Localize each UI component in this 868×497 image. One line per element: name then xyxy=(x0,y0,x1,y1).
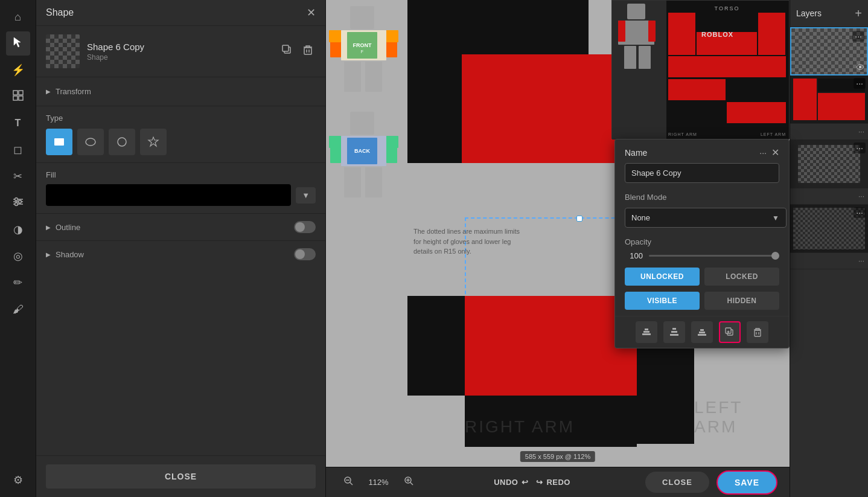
outline-header[interactable]: ▶ Outline xyxy=(46,223,294,232)
fill-dropdown-btn[interactable]: ▼ xyxy=(296,187,316,204)
outline-arrow-icon: ▶ xyxy=(46,224,51,231)
transform-label: Transform xyxy=(56,87,91,96)
layer-2-dots[interactable]: ··· xyxy=(854,78,866,89)
undo-btn[interactable]: UNDO ↩ xyxy=(494,478,529,487)
layer-4-dots[interactable]: ··· xyxy=(854,143,866,153)
eye-icon xyxy=(856,64,864,70)
toolbar-lightning-btn[interactable]: ⚡ xyxy=(6,58,30,82)
svg-rect-27 xyxy=(365,62,382,92)
zoom-in-btn[interactable] xyxy=(398,473,419,492)
toolbar-shape-btn[interactable]: ◻ xyxy=(6,138,30,162)
layer-section-dots[interactable]: ··· xyxy=(858,127,864,136)
popup-dots-btn[interactable]: ··· xyxy=(759,148,767,158)
layer-item-6[interactable]: ··· xyxy=(790,205,868,253)
toolbar-select-btn[interactable] xyxy=(6,31,30,56)
toolbar-text-btn[interactable]: T xyxy=(6,111,30,135)
add-layer-btn[interactable]: + xyxy=(855,7,862,19)
lightning-icon: ⚡ xyxy=(11,63,25,77)
outline-toggle[interactable] xyxy=(294,221,316,233)
type-rectangle-btn[interactable] xyxy=(46,129,72,155)
layer-item-1[interactable]: ··· xyxy=(790,27,868,75)
popup-arrange-down-btn[interactable] xyxy=(636,321,657,343)
popup-opacity-thumb[interactable] xyxy=(771,252,779,260)
popup-unlocked-btn[interactable]: UNLOCKED xyxy=(625,268,700,286)
popup-locked-btn[interactable]: LOCKED xyxy=(704,268,779,286)
close-canvas-btn[interactable]: CLOSE xyxy=(645,472,709,493)
layer-1-dots[interactable]: ··· xyxy=(852,31,864,42)
svg-rect-11 xyxy=(282,45,289,51)
toolbar-spiral-btn[interactable]: ◎ xyxy=(6,244,30,268)
layer-item-4[interactable]: ··· xyxy=(790,140,868,188)
popup-blend-row: None Normal Multiply ▼ xyxy=(625,208,779,228)
popup-arrange-center-btn[interactable] xyxy=(663,321,685,343)
toolbar-pen-btn[interactable]: ✏ xyxy=(6,271,30,295)
svg-rect-2 xyxy=(13,96,18,100)
home-icon: ⌂ xyxy=(14,11,21,24)
toolbar-half-circle-btn[interactable]: ◑ xyxy=(6,217,30,242)
type-oval-btn[interactable] xyxy=(77,129,104,155)
type-star-btn[interactable] xyxy=(140,129,167,155)
prev-r9 xyxy=(727,102,786,123)
toolbar-adjust-btn[interactable] xyxy=(6,191,30,215)
popup-duplicate-btn[interactable] xyxy=(719,321,741,343)
brush-icon: 🖌 xyxy=(13,303,24,316)
ra-block-11 xyxy=(465,396,522,447)
oval-icon xyxy=(85,136,97,148)
undo-icon: ↩ xyxy=(522,478,529,487)
ra-block-7 xyxy=(522,344,579,396)
popup-blend-label: Blend Mode xyxy=(615,190,789,204)
popup-close-btn[interactable]: ✕ xyxy=(771,147,779,158)
svg-rect-54 xyxy=(642,333,651,335)
zoom-out-btn[interactable] xyxy=(338,473,359,492)
layer-item-2[interactable]: ··· xyxy=(790,75,868,124)
fill-row: ▼ xyxy=(46,184,316,206)
shape-thumbnail xyxy=(46,34,80,68)
prev-r4 xyxy=(758,13,785,55)
selection-handle-top[interactable] xyxy=(576,216,582,222)
type-circle-btn[interactable] xyxy=(109,129,135,155)
prev-r5 xyxy=(668,56,786,77)
svg-rect-59 xyxy=(672,328,676,330)
transform-header[interactable]: ▶ Transform xyxy=(46,85,316,98)
svg-rect-29 xyxy=(386,30,398,42)
fill-section: Fill ▼ xyxy=(36,163,325,214)
shadow-arrow-icon: ▶ xyxy=(46,251,51,258)
delete-shape-btn[interactable] xyxy=(300,42,316,60)
layer-section-dots-3[interactable]: ··· xyxy=(858,257,864,265)
shadow-section: ▶ Shadow xyxy=(36,241,325,268)
svg-text:FRONT: FRONT xyxy=(353,42,372,48)
spiral-icon: ◎ xyxy=(13,249,23,263)
layer-1-eye[interactable] xyxy=(856,63,864,72)
layer-section-dots-2[interactable]: ··· xyxy=(858,192,864,200)
shadow-label: Shadow xyxy=(56,250,84,259)
shadow-header[interactable]: ▶ Shadow xyxy=(46,250,294,259)
duplicate-shape-btn[interactable] xyxy=(279,42,295,60)
panel-close-x-btn[interactable]: ✕ xyxy=(307,7,316,18)
ra-block-12 xyxy=(522,396,579,447)
popup-delete-btn[interactable] xyxy=(747,321,768,343)
shadow-toggle[interactable] xyxy=(294,248,316,260)
popup-name-input[interactable] xyxy=(625,163,779,183)
redo-btn[interactable]: ↪ REDO xyxy=(536,478,570,487)
svg-point-7 xyxy=(14,197,18,200)
type-options xyxy=(46,129,316,155)
toolbar-brush-btn[interactable]: 🖌 xyxy=(6,297,30,321)
fill-swatch[interactable] xyxy=(46,184,291,206)
toolbar-scissor-btn[interactable]: ✂ xyxy=(6,164,30,188)
layer-6-dots[interactable]: ··· xyxy=(854,207,866,218)
popup-hidden-btn[interactable]: HIDDEN xyxy=(704,292,779,310)
save-btn[interactable]: SAVE xyxy=(716,470,777,495)
popup-visible-btn[interactable]: VISIBLE xyxy=(625,292,700,310)
popup-arrange-up-btn[interactable] xyxy=(691,321,713,343)
character-svg-2: BACK xyxy=(329,109,398,214)
popup-blend-select[interactable]: None Normal Multiply xyxy=(625,208,787,228)
toolbar-grid-btn[interactable] xyxy=(6,85,30,109)
popup-trash-icon xyxy=(753,328,762,337)
panel-close-btn[interactable]: CLOSE xyxy=(46,464,316,489)
popup-opacity-slider[interactable] xyxy=(649,255,779,257)
toolbar-settings-btn[interactable]: ⚙ xyxy=(6,468,30,492)
grid-icon xyxy=(12,89,24,104)
trash-icon xyxy=(302,45,313,56)
toolbar-home-btn[interactable]: ⌂ xyxy=(6,5,30,29)
rectangle-icon xyxy=(53,136,65,148)
